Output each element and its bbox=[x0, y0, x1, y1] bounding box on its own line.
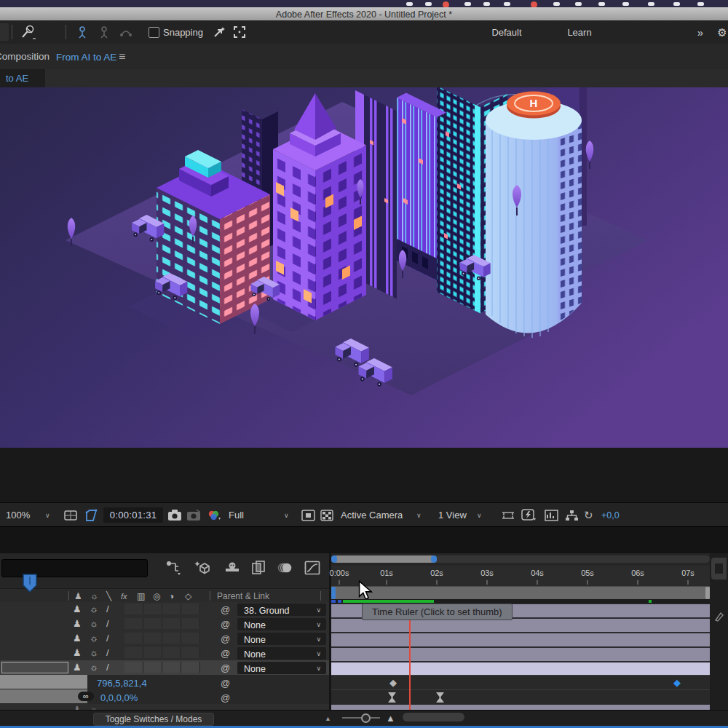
quality-icon[interactable]: / bbox=[106, 662, 109, 673]
snap-bounds-icon[interactable] bbox=[232, 23, 248, 41]
current-time-indicator[interactable] bbox=[22, 574, 38, 594]
timecode-display[interactable]: 0:00:01:31 bbox=[103, 507, 163, 523]
quality-icon[interactable]: / bbox=[106, 619, 109, 629]
switch-cell[interactable] bbox=[143, 618, 162, 629]
quality-icon[interactable]: / bbox=[106, 604, 109, 614]
hide-shy-layers-icon[interactable] bbox=[223, 558, 242, 577]
shy-icon[interactable]: ♟ bbox=[73, 633, 82, 644]
switch-cell[interactable] bbox=[143, 662, 162, 673]
hscroll-handle[interactable] bbox=[331, 555, 437, 563]
selection-tool-icon[interactable] bbox=[0, 23, 9, 41]
hscroll-cap-left[interactable] bbox=[331, 555, 337, 563]
composition-viewer[interactable]: H bbox=[0, 87, 728, 448]
comp-viewer-tab[interactable]: to AE bbox=[0, 69, 45, 87]
puppet-advanced-pin-tool-icon[interactable] bbox=[95, 23, 114, 41]
parent-dropdown[interactable]: None∨ bbox=[237, 647, 326, 660]
layer-bar[interactable] bbox=[331, 633, 710, 646]
pickwhip-icon[interactable]: @ bbox=[221, 692, 230, 703]
show-snapshot-icon[interactable] bbox=[186, 503, 201, 527]
zoom-out-mountain-icon[interactable]: ▲ bbox=[325, 715, 331, 722]
share-view-options-icon[interactable] bbox=[501, 503, 515, 527]
scale-value[interactable]: 0,0,0,0% bbox=[100, 692, 138, 703]
workspace-tab-default[interactable]: Default bbox=[486, 23, 527, 41]
parent-dropdown[interactable]: None∨ bbox=[237, 662, 326, 674]
view-layout-select[interactable]: 1 View bbox=[438, 503, 467, 527]
timeline-scrollbar[interactable] bbox=[403, 713, 464, 721]
snapping-checkbox[interactable] bbox=[148, 23, 159, 41]
switch-cell[interactable] bbox=[181, 662, 200, 673]
comp-marker-icon[interactable] bbox=[714, 612, 724, 622]
collapse-icon[interactable]: ☼ bbox=[90, 619, 98, 629]
puppet-pin-tool-icon[interactable] bbox=[73, 23, 92, 41]
position-value[interactable]: 796,5,821,4 bbox=[97, 678, 147, 689]
snap-options-icon[interactable] bbox=[211, 23, 227, 41]
switch-cell[interactable] bbox=[143, 647, 162, 658]
collapse-icon[interactable]: ☼ bbox=[90, 633, 98, 644]
keyframe-selected-icon[interactable]: ◆ bbox=[673, 677, 681, 688]
resolution-select[interactable]: Full bbox=[229, 503, 244, 527]
work-area-bar[interactable] bbox=[331, 586, 710, 600]
switch-cell[interactable] bbox=[143, 633, 162, 644]
switch-cell[interactable] bbox=[162, 647, 181, 658]
magnification-select[interactable]: 100% bbox=[6, 503, 30, 527]
switch-cell[interactable] bbox=[162, 618, 181, 629]
timeline-button-icon[interactable] bbox=[545, 503, 558, 527]
switch-cell[interactable] bbox=[124, 647, 143, 658]
quality-icon[interactable]: / bbox=[106, 633, 109, 644]
hscroll-cap-right[interactable] bbox=[431, 555, 437, 563]
collapse-icon[interactable]: ☼ bbox=[90, 662, 98, 673]
keyframe-area[interactable]: ◆ ◆ bbox=[331, 675, 710, 704]
pickwhip-icon[interactable]: @ bbox=[221, 678, 230, 689]
collapse-icon[interactable]: ☼ bbox=[90, 648, 98, 658]
switch-cell[interactable] bbox=[124, 618, 143, 629]
constrain-proportions-icon[interactable]: ∞ bbox=[78, 692, 94, 701]
pin-tool-icon[interactable] bbox=[17, 23, 38, 41]
work-area-start-handle[interactable] bbox=[331, 587, 336, 599]
switch-cell[interactable] bbox=[143, 604, 162, 614]
pickwhip-icon[interactable]: @ bbox=[221, 619, 230, 630]
parent-dropdown[interactable]: 38. Ground∨ bbox=[237, 604, 326, 616]
safe-zones-icon[interactable] bbox=[64, 503, 78, 527]
transparency-grid-icon[interactable] bbox=[320, 503, 333, 527]
switch-cell[interactable] bbox=[162, 662, 181, 673]
layer-row[interactable]: ♟ ☼ / @ 38. Ground∨ bbox=[0, 602, 329, 617]
layer-bar-selected[interactable] bbox=[331, 662, 710, 676]
comp-name[interactable]: From AI to AE bbox=[56, 52, 116, 63]
switch-cell[interactable] bbox=[181, 633, 200, 644]
time-ruler[interactable]: 0:00s 01s 02s 03s 04s 05s 06s 07s bbox=[331, 566, 710, 586]
switch-cell[interactable] bbox=[162, 604, 181, 614]
switch-cell[interactable] bbox=[124, 633, 143, 644]
draft-3d-icon[interactable] bbox=[194, 558, 213, 577]
mini-flowchart-icon[interactable] bbox=[165, 558, 183, 577]
shy-icon[interactable]: ♟ bbox=[73, 648, 82, 658]
switch-cell[interactable] bbox=[181, 647, 200, 658]
workspace-overflow-button[interactable]: » bbox=[693, 23, 708, 41]
layer-row[interactable]: ♟ ☼ / @ None∨ bbox=[0, 617, 329, 632]
reset-exposure-icon[interactable]: ↻ bbox=[584, 503, 593, 527]
shy-icon[interactable]: ♟ bbox=[73, 619, 82, 629]
pickwhip-icon[interactable]: @ bbox=[221, 604, 230, 615]
switch-cell[interactable] bbox=[181, 604, 200, 614]
puppet-bend-pin-tool-icon[interactable] bbox=[116, 23, 135, 41]
switch-cell[interactable] bbox=[181, 618, 200, 629]
channels-icon[interactable] bbox=[207, 503, 221, 527]
window-titlebar[interactable]: Adobe After Effects 2020 - Untitled Proj… bbox=[0, 7, 728, 21]
layer-row-selected[interactable]: ♟ ☼ / @ None∨ bbox=[0, 660, 329, 676]
comp-button[interactable] bbox=[711, 558, 727, 579]
shy-icon[interactable]: ♟ bbox=[73, 662, 82, 673]
parent-dropdown[interactable]: None∨ bbox=[237, 633, 326, 645]
fast-previews-icon[interactable] bbox=[521, 503, 537, 527]
parent-dropdown[interactable]: None∨ bbox=[237, 618, 326, 630]
view-mode-select[interactable]: Active Camera bbox=[341, 503, 403, 527]
toggle-switches-modes-button[interactable]: Toggle Switches / Modes bbox=[93, 713, 214, 726]
keyframe-icon[interactable]: ◆ bbox=[389, 677, 397, 688]
layer-bar[interactable] bbox=[331, 648, 710, 661]
frame-blending-icon[interactable] bbox=[249, 558, 268, 577]
quality-icon[interactable]: / bbox=[106, 648, 109, 658]
switch-cell[interactable] bbox=[124, 604, 143, 614]
workspace-settings-icon[interactable]: ⚙ bbox=[715, 23, 728, 41]
shy-icon[interactable]: ♟ bbox=[73, 604, 82, 614]
pickwhip-icon[interactable]: @ bbox=[221, 633, 230, 644]
pickwhip-icon[interactable]: @ bbox=[221, 662, 230, 673]
easy-ease-keyframe-icon[interactable] bbox=[388, 692, 396, 703]
